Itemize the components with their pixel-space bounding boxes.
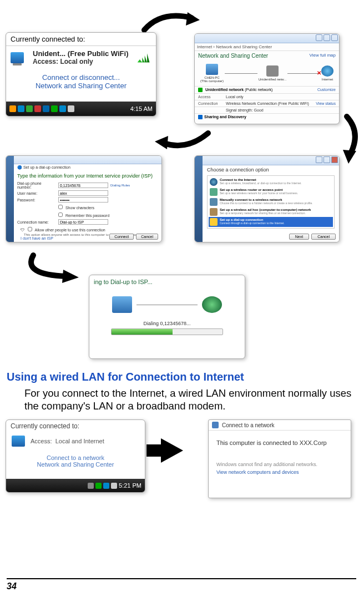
- tray-icon: [18, 105, 24, 112]
- clock: 4:15 AM: [130, 105, 153, 112]
- connect-button[interactable]: Connect: [109, 234, 134, 240]
- remember-pwd-checkbox[interactable]: [58, 213, 63, 217]
- volume-icon: [68, 105, 74, 112]
- pc-icon: [12, 436, 25, 447]
- connected-to-label: Currently connected to:: [6, 420, 145, 432]
- view-computers-link[interactable]: View network computers and devices: [209, 469, 351, 475]
- svg-marker-1: [343, 150, 356, 164]
- flow-arrow-4: [17, 250, 89, 289]
- network-name: Unident... (Free Public WiFi): [33, 49, 129, 58]
- battery-icon: [51, 105, 58, 112]
- access-line: Access: Local and Internet: [31, 438, 104, 444]
- titlebar: [203, 156, 339, 165]
- allow-others-checkbox[interactable]: [28, 227, 32, 231]
- shield-icon: [198, 88, 203, 92]
- unidentified-network-icon: [266, 65, 279, 77]
- phone-input[interactable]: [58, 183, 108, 188]
- globe-icon: [210, 178, 218, 186]
- pc-icon: [206, 64, 218, 75]
- taskbar: 5:21 PM: [6, 479, 145, 492]
- taskbar: 4:15 AM: [6, 102, 156, 116]
- tray-icon: [88, 483, 94, 489]
- adhoc-icon: [210, 208, 218, 216]
- phone-icon: [210, 218, 218, 226]
- view-status-link[interactable]: View status: [316, 102, 336, 105]
- dialup-form-screenshot: 🔵 Set up a dial-up connection Type the i…: [6, 155, 162, 242]
- connected-message: This computer is connected to XXX.Corp: [209, 431, 351, 451]
- network-sharing-link[interactable]: Network and Sharing Center: [6, 461, 145, 468]
- connected-to-label: Currently connected to:: [6, 33, 156, 46]
- option-connect-internet[interactable]: Connect to the InternetSet up a wireless…: [209, 177, 333, 187]
- dialing-title: ing to Dial-up to ISP...: [89, 275, 245, 289]
- vista-sidebar: [195, 156, 203, 242]
- svg-marker-0: [186, 12, 200, 26]
- wizard-title: 🔵 Set up a dial-up connection: [14, 164, 161, 171]
- cancel-button[interactable]: Cancel: [136, 234, 158, 240]
- section-paragraph: For you connect to the Internet, a wired…: [24, 387, 356, 412]
- option-dialup[interactable]: Set up a dial-up connectionConnect throu…: [209, 217, 333, 227]
- pc-icon: [112, 296, 132, 313]
- svg-marker-3: [62, 270, 79, 283]
- network-sharing-link[interactable]: Network and Sharing Center: [6, 82, 156, 90]
- progress-bar: [111, 328, 223, 335]
- customize-link[interactable]: Customize: [317, 88, 336, 92]
- password-input[interactable]: [58, 197, 108, 203]
- network-tray-icon: [103, 483, 109, 489]
- connect-network-dialog-screenshot: Connect to a network This computer is co…: [208, 419, 351, 498]
- network-tray-icon: [59, 105, 66, 112]
- window-title: Network and Sharing Center View full map: [195, 51, 339, 60]
- disconnected-icon: ✕: [317, 70, 321, 76]
- tray-icon: [9, 105, 16, 112]
- cancel-button[interactable]: Cancel: [311, 234, 336, 240]
- option-wireless-router[interactable]: Set up a wireless router or access point…: [209, 187, 333, 197]
- username-input[interactable]: [58, 190, 108, 196]
- options-heading: Choose a connection option: [203, 165, 339, 174]
- ati-icon: [34, 105, 41, 112]
- connect-network-link[interactable]: Connect to a network: [6, 454, 145, 461]
- dialing-rules-link[interactable]: Dialing Rules: [110, 184, 130, 187]
- network-sharing-center-screenshot: Internet › Network and Sharing Center Ne…: [194, 33, 340, 124]
- tray-icon: [43, 105, 49, 112]
- connection-options-screenshot: Choose a connection option Connect to th…: [194, 155, 340, 242]
- shield-icon: [198, 115, 203, 119]
- titlebar: [14, 156, 161, 164]
- dialog-title: Connect to a network: [222, 422, 275, 428]
- battery-icon: [95, 483, 102, 489]
- svg-marker-2: [155, 136, 168, 149]
- option-adhoc[interactable]: Set up a wireless ad hoc (computer-to-co…: [209, 207, 333, 217]
- wired-popup-screenshot: Currently connected to: Access: Local an…: [6, 419, 145, 493]
- no-networks-message: Windows cannot find any additional netwo…: [209, 451, 351, 469]
- show-chars-checkbox[interactable]: [58, 205, 63, 209]
- globe-icon: [202, 296, 222, 313]
- option-manual-wireless[interactable]: Manually connect to a wireless networkCh…: [209, 197, 333, 207]
- vista-sidebar: [6, 156, 14, 242]
- form-heading: Type the information from your Internet …: [14, 171, 161, 181]
- wifi-signal-icon: [138, 53, 150, 63]
- tray-icon: [26, 105, 33, 112]
- connection-name-input[interactable]: [58, 219, 108, 225]
- breadcrumb: Internet › Network and Sharing Center: [195, 43, 339, 51]
- volume-icon: [111, 483, 117, 489]
- view-full-map-link[interactable]: View full map: [310, 53, 336, 58]
- dialing-progress-screenshot: ing to Dial-up to ISP... Dialing 0,12345…: [89, 275, 245, 359]
- clock: 5:21 PM: [119, 482, 141, 489]
- flow-arrow-3: [153, 125, 214, 156]
- access-line: Access: Local only: [33, 58, 129, 65]
- wifi-popup-screenshot: Currently connected to: Unident... (Free…: [6, 32, 156, 117]
- network-map: CHEN-PC(This computer) Unidentified netw…: [195, 60, 339, 86]
- network-icon: [212, 422, 219, 428]
- transition-arrow-icon: [161, 438, 183, 463]
- close-icon[interactable]: [331, 156, 338, 163]
- wireless-icon: [210, 198, 218, 206]
- connect-disconnect-link[interactable]: Connect or disconnect...: [6, 73, 156, 82]
- connection-line: [136, 305, 198, 305]
- window-controls: [195, 34, 339, 43]
- router-icon: [210, 188, 218, 196]
- section-heading: Using a wired LAN for Connection to Inte…: [7, 371, 355, 383]
- next-button[interactable]: Next: [289, 234, 309, 240]
- pc-icon: [11, 52, 24, 63]
- dialing-status: Dialing 0,12345678...: [89, 321, 245, 326]
- globe-icon: [321, 65, 333, 77]
- page-number: 34: [7, 578, 356, 591]
